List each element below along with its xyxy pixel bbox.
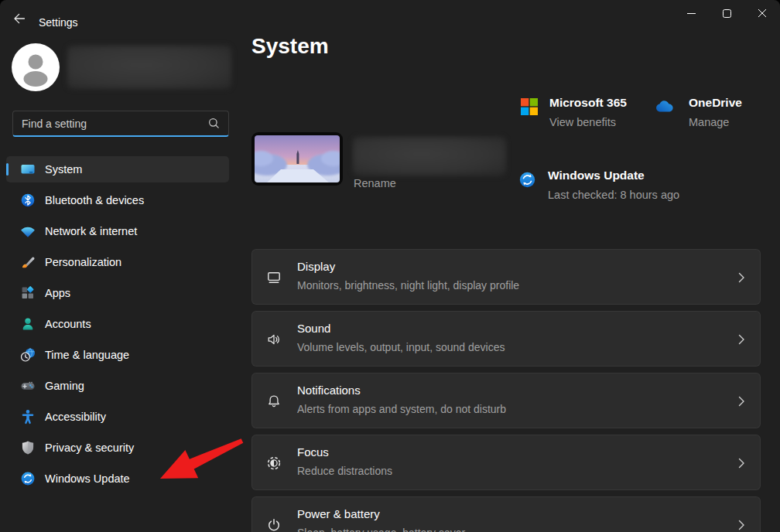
sidebar-item-label: Accounts	[45, 318, 91, 330]
maximize-button[interactable]	[709, 0, 744, 26]
bluetooth-icon	[20, 193, 36, 208]
chevron-right-icon	[735, 394, 748, 409]
device-thumbnail	[251, 132, 343, 186]
onedrive-icon	[655, 98, 677, 131]
card-title: Display	[297, 260, 335, 273]
chevron-right-icon	[735, 455, 748, 471]
maximize-icon	[723, 9, 731, 18]
card-subtitle: Alerts from apps and system, do not dist…	[297, 403, 506, 415]
bell-icon	[266, 394, 282, 409]
settings-card-power-battery[interactable]: Power & battery Sleep, battery usage, ba…	[251, 496, 761, 532]
focus-icon	[266, 455, 282, 471]
sidebar-item-time-language[interactable]: Time & language	[6, 342, 229, 368]
clock-globe-icon	[20, 347, 36, 363]
sidebar-item-personalization[interactable]: Personalization	[6, 249, 229, 275]
search-box[interactable]	[12, 111, 229, 137]
settings-card-display[interactable]: Display Monitors, brightness, night ligh…	[251, 249, 761, 305]
sidebar-nav: System Bluetooth & devices Network & int…	[6, 156, 229, 496]
quick-link-title: OneDrive	[689, 96, 742, 110]
card-subtitle: Volume levels, output, input, sound devi…	[297, 341, 505, 353]
quick-link-title: Microsoft 365	[549, 96, 627, 110]
sidebar-item-label: Apps	[45, 287, 70, 299]
device-wallpaper-winter-scene	[255, 135, 340, 182]
chevron-right-icon	[735, 332, 748, 347]
card-subtitle: Monitors, brightness, night light, displ…	[297, 279, 519, 292]
sidebar-item-label: Privacy & security	[45, 442, 134, 454]
chevron-right-icon	[735, 517, 748, 532]
person-icon	[12, 43, 60, 91]
device-name-redacted	[353, 137, 506, 176]
chevron-right-icon	[735, 270, 748, 285]
sidebar-item-bluetooth-devices[interactable]: Bluetooth & devices	[6, 187, 229, 213]
windows-update-icon	[20, 471, 36, 486]
sidebar-item-network-internet[interactable]: Network & internet	[6, 218, 229, 244]
sidebar-item-label: Bluetooth & devices	[45, 194, 144, 206]
brush-icon	[20, 254, 36, 270]
quick-link-title: Windows Update	[548, 169, 683, 182]
settings-card-focus[interactable]: Focus Reduce distractions	[251, 435, 761, 490]
gamepad-icon	[20, 378, 36, 394]
sidebar-item-label: Personalization	[45, 256, 121, 268]
quick-link-microsoft-365[interactable]: Microsoft 365 View benefits	[521, 96, 627, 131]
accessibility-person-icon	[20, 409, 36, 425]
quick-link-subtitle[interactable]: View benefits	[549, 114, 627, 131]
card-title: Power & battery	[297, 507, 380, 520]
search-icon[interactable]	[207, 117, 221, 130]
sidebar-item-label: Network & internet	[45, 225, 137, 237]
shield-icon	[20, 440, 36, 455]
account-person-icon	[20, 316, 36, 332]
settings-window: Settings	[0, 0, 780, 532]
window-controls	[673, 0, 780, 26]
sidebar-item-label: Accessibility	[45, 411, 106, 423]
minimize-button[interactable]	[673, 0, 709, 26]
quick-link-subtitle[interactable]: Manage	[689, 114, 742, 131]
search-input[interactable]	[13, 118, 207, 130]
selection-indicator	[6, 163, 9, 176]
system-icon	[20, 162, 36, 177]
quick-link-subtitle: Last checked: 8 hours ago	[548, 186, 683, 204]
wifi-icon	[20, 223, 36, 239]
sidebar-item-windows-update[interactable]: Windows Update	[6, 466, 229, 492]
sidebar-item-accessibility[interactable]: Accessibility	[6, 404, 229, 430]
sidebar-item-label: System	[45, 163, 82, 176]
user-name-redacted	[67, 46, 231, 89]
sidebar-item-gaming[interactable]: Gaming	[6, 373, 229, 399]
settings-card-sound[interactable]: Sound Volume levels, output, input, soun…	[251, 311, 761, 367]
apps-icon	[20, 285, 36, 301]
quick-link-onedrive[interactable]: OneDrive Manage	[655, 96, 742, 131]
card-title: Focus	[297, 445, 329, 459]
card-subtitle: Sleep, battery usage, battery saver	[297, 527, 465, 532]
windows-update-status-icon	[518, 171, 536, 204]
rename-link[interactable]: Rename	[354, 177, 396, 189]
back-button[interactable]	[8, 8, 31, 29]
power-icon	[266, 517, 282, 532]
close-button[interactable]	[744, 0, 780, 26]
minimize-icon	[687, 9, 696, 18]
card-subtitle: Reduce distractions	[297, 465, 392, 477]
close-icon	[758, 9, 767, 18]
display-icon	[266, 270, 282, 285]
settings-card-notifications[interactable]: Notifications Alerts from apps and syste…	[251, 373, 761, 428]
sidebar-item-privacy-security[interactable]: Privacy & security	[6, 435, 229, 461]
sidebar-item-label: Windows Update	[45, 472, 130, 485]
card-title: Notifications	[297, 384, 361, 397]
quick-link-windows-update[interactable]: Windows Update Last checked: 8 hours ago	[518, 169, 683, 204]
microsoft-365-icon	[521, 98, 538, 131]
sidebar-item-label: Time & language	[45, 349, 129, 361]
sidebar-item-apps[interactable]: Apps	[6, 280, 229, 306]
card-title: Sound	[297, 322, 330, 335]
speaker-icon	[266, 332, 282, 347]
sidebar-item-accounts[interactable]: Accounts	[6, 311, 229, 337]
sidebar-item-label: Gaming	[45, 380, 84, 392]
page-title: System	[251, 34, 329, 59]
sidebar-item-system[interactable]: System	[6, 156, 229, 182]
back-arrow-icon	[12, 11, 27, 26]
window-title: Settings	[39, 16, 78, 29]
avatar[interactable]	[12, 43, 60, 91]
